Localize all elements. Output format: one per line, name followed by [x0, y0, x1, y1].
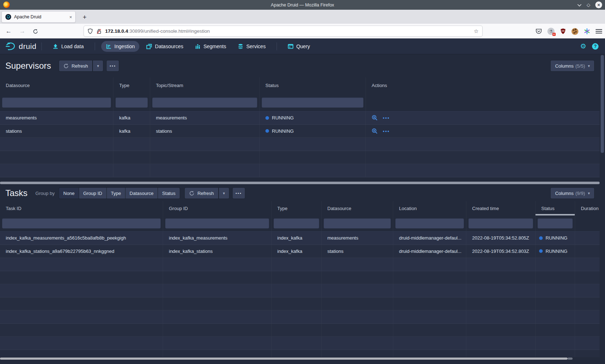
column-header[interactable]: Topic/Stream: [150, 77, 260, 94]
nav-divider: [277, 42, 277, 50]
nav-label: Load data: [61, 44, 84, 49]
back-button[interactable]: ←: [4, 26, 14, 36]
tasks-columns-button[interactable]: Columns (9/9) ▾: [551, 188, 594, 199]
new-tab-button[interactable]: +: [80, 13, 89, 22]
maximize-button[interactable]: ◇: [587, 3, 590, 7]
url-bar[interactable]: 172.18.0.4:30899/unified-console.html#in…: [84, 26, 483, 37]
browser-titlebar: Apache Druid — Mozilla Firefox ◇ ×: [0, 0, 605, 10]
ublock-icon[interactable]: UO: [560, 28, 566, 35]
filter-input-created-time[interactable]: [469, 218, 533, 228]
nav-label: Datasources: [155, 44, 183, 49]
filter-input-topic[interactable]: [152, 97, 257, 108]
cookie-icon[interactable]: [572, 28, 578, 35]
bookmark-star-icon[interactable]: ☆: [474, 28, 479, 35]
filter-input-type[interactable]: [116, 97, 148, 108]
nav-label: Services: [246, 44, 266, 49]
supervisors-more-button[interactable]: •••: [107, 60, 119, 71]
tasks-refresh-caret-button[interactable]: ▾: [219, 188, 229, 199]
vertical-scrollbar[interactable]: [600, 54, 605, 364]
nav-item-segments[interactable]: Segments: [190, 41, 231, 52]
nav-divider: [95, 42, 95, 50]
nav-item-load-data[interactable]: Load data: [48, 41, 88, 52]
columns-label: Columns: [555, 63, 573, 69]
scrollbar-thumb[interactable]: [0, 358, 568, 360]
tasks-more-button[interactable]: •••: [233, 188, 245, 199]
filter-input-status[interactable]: [538, 218, 573, 228]
column-header-sorted[interactable]: Status: [535, 201, 575, 215]
column-header[interactable]: Task ID: [0, 201, 163, 215]
running-dot: [265, 129, 269, 133]
empty-row: [0, 164, 600, 177]
druid-brand[interactable]: druid: [5, 42, 36, 51]
supervisor-row[interactable]: measurements kafka measurements RUNNING …: [0, 112, 600, 125]
supervisor-row[interactable]: stations kafka stations RUNNING •••: [0, 125, 600, 138]
group-by-group-id-button[interactable]: Group ID: [79, 188, 107, 199]
supervisors-columns-button[interactable]: Columns (5/5) ▾: [551, 60, 594, 71]
pocket-icon[interactable]: [535, 28, 542, 35]
group-by-none-button[interactable]: None: [59, 188, 79, 199]
group-by-type-button[interactable]: Type: [107, 188, 125, 199]
more-actions-icon[interactable]: •••: [383, 128, 390, 134]
column-header[interactable]: Type: [113, 77, 150, 94]
column-header[interactable]: Created time: [466, 201, 535, 215]
empty-row: [0, 258, 600, 271]
empty-row: [0, 324, 600, 337]
tasks-header-row: Task ID Group ID Type Datasource Locatio…: [0, 201, 600, 215]
group-by-datasource-button[interactable]: Datasource: [125, 188, 158, 199]
filter-input-datasource[interactable]: [2, 97, 111, 108]
filter-input-task-id[interactable]: [2, 218, 161, 228]
tab-apache-druid[interactable]: Apache Druid ×: [1, 11, 76, 23]
group-by-status-button[interactable]: Status: [158, 188, 180, 199]
column-header[interactable]: Status: [260, 77, 366, 94]
help-icon[interactable]: ?: [592, 43, 599, 50]
task-row[interactable]: index_kafka_stations_a9a679b22795b63_nnk…: [0, 245, 600, 258]
settings-gear-icon[interactable]: ⚙: [580, 42, 586, 50]
filter-input-location[interactable]: [395, 218, 464, 228]
filter-input-datasource[interactable]: [324, 218, 391, 228]
minimize-button[interactable]: [577, 4, 582, 6]
nav-item-services[interactable]: Services: [233, 41, 270, 52]
druid-favicon-icon: [5, 14, 11, 20]
column-header[interactable]: Group ID: [163, 201, 272, 215]
column-header[interactable]: Datasource: [322, 201, 393, 215]
asterisk-extension-icon[interactable]: [584, 28, 590, 35]
more-actions-icon[interactable]: •••: [383, 115, 390, 120]
column-header[interactable]: Actions: [366, 77, 600, 94]
column-header[interactable]: Type: [272, 201, 322, 215]
tasks-refresh-button[interactable]: Refresh: [185, 188, 218, 199]
cell-datasource: measurements: [322, 232, 393, 245]
task-row[interactable]: index_kafka_measurements_a5616c5ba8afb8b…: [0, 232, 600, 245]
nav-item-query[interactable]: Query: [283, 41, 315, 52]
cell-actions: •••: [366, 112, 600, 124]
nav-item-ingestion[interactable]: Ingestion: [101, 41, 140, 52]
tab-close-icon[interactable]: ×: [69, 14, 72, 20]
reload-button[interactable]: [30, 26, 40, 36]
nav-item-datasources[interactable]: Datasources: [142, 41, 188, 52]
cell-status: RUNNING: [535, 232, 575, 245]
extension-disabled-icon[interactable]: ⚗✕: [547, 28, 555, 35]
close-button[interactable]: ×: [595, 1, 602, 8]
column-header[interactable]: Duration: [575, 201, 600, 215]
shield-icon[interactable]: [88, 28, 93, 34]
supervisors-refresh-caret-button[interactable]: ▾: [93, 60, 103, 71]
cell-status: RUNNING: [260, 125, 366, 138]
column-header[interactable]: Datasource: [0, 77, 113, 94]
firefox-logo-icon: [3, 1, 10, 8]
menu-icon[interactable]: [596, 29, 602, 33]
cell-type: index_kafka: [272, 232, 322, 245]
magnifier-details-icon[interactable]: [372, 115, 378, 121]
supervisors-refresh-button[interactable]: Refresh: [59, 60, 93, 71]
supervisors-horizontal-scrollbar[interactable]: [0, 182, 600, 184]
filter-input-status[interactable]: [262, 97, 363, 108]
columns-label: Columns: [555, 191, 573, 196]
filter-input-type[interactable]: [274, 218, 319, 228]
svg-text:UO: UO: [562, 30, 565, 32]
tasks-horizontal-scrollbar[interactable]: [0, 357, 600, 360]
scrollbar-thumb[interactable]: [601, 55, 604, 153]
filter-input-group-id[interactable]: [165, 218, 269, 228]
lock-disabled-icon[interactable]: [97, 28, 102, 34]
magnifier-details-icon[interactable]: [372, 128, 378, 134]
column-header[interactable]: Location: [393, 201, 466, 215]
load-data-icon: [53, 44, 58, 49]
cell-group-id: index_kafka_measurements: [163, 232, 272, 245]
